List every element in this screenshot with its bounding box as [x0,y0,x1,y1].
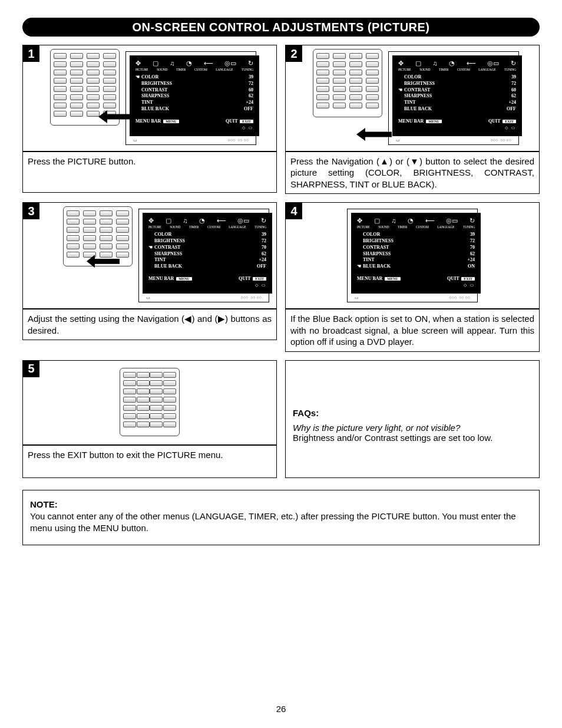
step-2-caption: Press the Navigation (▲) or (▼) button t… [285,151,540,195]
step-3-caption: Adjust the setting using the Navigation … [22,309,277,340]
remote-illustration [120,368,180,436]
step-3-number: 3 [23,203,39,219]
faq-question: Why is the picture very light, or not vi… [293,423,532,433]
note-box: NOTE: You cannot enter any of the other … [22,490,540,546]
faq-heading: FAQs: [293,408,532,418]
osd-screen-3: ✥▢♫◔⟵◎▭↻PICTURESOUNDTIMERCUSTOMLANGUAGET… [143,213,272,294]
step-2-number: 2 [286,45,302,62]
step-1-panel: 1 ✥▢♫◔⟵◎▭↻PICTURESOUNDTIMERCUSTOMLANGUAG… [22,45,277,151]
tv-bezel: ✥▢♫◔⟵◎▭↻PICTURESOUNDTIMERCUSTOMLANGUAGET… [138,209,269,302]
page-number: 26 [0,704,562,714]
note-heading: NOTE: [30,499,532,510]
osd-screen-1: ✥▢♫◔⟵◎▭↻PICTURESOUNDTIMERCUSTOMLANGUAGET… [130,55,259,136]
step-5-number: 5 [23,361,39,377]
step-2-panel: 2 ✥▢♫◔⟵◎▭↻PICTURESOUNDTIMERCUSTOMLANGUAG… [285,45,540,151]
step-5-panel: 5 [22,360,277,445]
tv-bezel: ✥▢♫◔⟵◎▭↻PICTURESOUNDTIMERCUSTOMLANGUAGET… [388,51,519,145]
step-1-number: 1 [23,45,39,62]
step-4-panel: 4 ✥▢♫◔⟵◎▭↻PICTURESOUNDTIMERCUSTOMLANGUAG… [285,202,540,309]
tv-bezel: ✥▢♫◔⟵◎▭↻PICTURESOUNDTIMERCUSTOMLANGUAGET… [347,209,478,302]
page-header: ON-SCREEN CONTROL ADJUSTMENTS (PICTURE) [22,18,540,37]
faq-panel: FAQs: Why is the picture very light, or … [285,360,540,478]
osd-screen-2: ✥▢♫◔⟵◎▭↻PICTURESOUNDTIMERCUSTOMLANGUAGET… [392,55,522,136]
faq-answer: Brightness and/or Contrast settings are … [293,433,532,443]
tv-bezel: ✥▢♫◔⟵◎▭↻PICTURESOUNDTIMERCUSTOMLANGUAGET… [125,51,256,145]
remote-illustration [63,206,133,266]
step-3-panel: 3 ✥▢♫◔⟵◎▭↻PICTURESOUNDTIMERCUSTOMLANGUAG… [22,202,277,309]
note-body: You cannot enter any of the other menus … [30,510,532,535]
step-4-caption: If the Blue Back option is set to ON, wh… [285,309,540,352]
osd-screen-4: ✥▢♫◔⟵◎▭↻PICTURESOUNDTIMERCUSTOMLANGUAGET… [351,213,481,294]
step-5-caption: Press the EXIT button to exit the PICTUR… [22,445,277,478]
steps-grid: 1 ✥▢♫◔⟵◎▭↻PICTURESOUNDTIMERCUSTOMLANGUAG… [22,45,540,478]
step-1-caption: Press the PICTURE button. [22,151,277,193]
remote-illustration [50,49,120,126]
step-4-number: 4 [286,203,302,219]
remote-illustration [313,49,382,117]
